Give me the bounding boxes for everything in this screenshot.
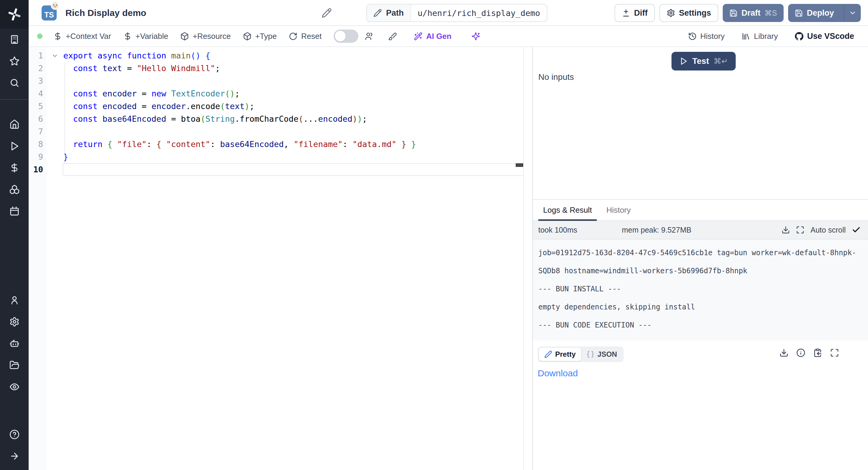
json-view-button[interactable]: JSON — [581, 348, 622, 361]
add-context-var-button[interactable]: +Context Var — [53, 32, 111, 41]
sidebar-item-boxes[interactable] — [0, 179, 29, 200]
path-label: Path — [367, 4, 411, 21]
diff-icon — [622, 9, 630, 17]
sidebar-item-home[interactable] — [0, 114, 29, 135]
sidebar-item-arrow-right[interactable] — [0, 445, 29, 467]
ai-gen-button[interactable]: AI Gen — [414, 32, 452, 41]
inputs-section: Test ⌘↵ No inputs — [533, 47, 868, 200]
sidebar-item-dollar[interactable] — [0, 157, 29, 179]
search-icon — [9, 78, 20, 88]
copy-result-icon[interactable] — [813, 348, 822, 357]
windmill-logo[interactable] — [0, 0, 29, 29]
add-type-button[interactable]: +Type — [243, 32, 277, 41]
download-logs-icon[interactable] — [781, 226, 790, 234]
bun-runtime-emoji-icon — [50, 1, 60, 10]
diff-button[interactable]: Diff — [615, 4, 655, 22]
chevron-down-icon — [849, 9, 857, 17]
add-variable-button[interactable]: +Variable — [123, 32, 168, 41]
fold-chevron-icon — [46, 87, 63, 100]
log-text: job=01912d75-163d-8204-47c9-5469c516cb1e… — [538, 244, 865, 334]
download-result-icon[interactable] — [779, 348, 788, 357]
code-text — [63, 75, 524, 87]
code-line-7[interactable]: 7 — [29, 125, 524, 138]
code-line-6[interactable]: 6 const base64Encoded = btoa(String.from… — [29, 113, 524, 125]
code-line-5[interactable]: 5 const encoded = encoder.encode(text); — [29, 100, 524, 113]
code-line-8[interactable]: 8 return { "file": { "content": base64En… — [29, 138, 524, 151]
result-actions — [779, 348, 839, 357]
code-lines[interactable]: 1export async function main() {2 const t… — [29, 50, 524, 176]
library-button[interactable]: Library — [741, 32, 778, 41]
activity-sidebar — [0, 0, 29, 470]
autoscroll-label[interactable]: Auto scroll — [810, 226, 846, 234]
package-icon — [243, 32, 252, 41]
tab-history[interactable]: History — [601, 200, 636, 220]
history-icon — [688, 32, 697, 41]
code-line-4[interactable]: 4 const encoder = new TextEncoder(); — [29, 87, 524, 100]
sidebar-item-star[interactable] — [0, 50, 29, 72]
expand-logs-icon[interactable] — [796, 226, 804, 234]
settings-button[interactable]: Settings — [659, 4, 718, 22]
line-number: 10 — [29, 163, 46, 176]
save-icon — [730, 9, 738, 17]
test-button[interactable]: Test ⌘↵ — [672, 52, 736, 70]
code-line-2[interactable]: 2 const text = "Hello Windmill"; — [29, 62, 524, 75]
windmill-logo-icon — [7, 7, 22, 21]
format-code-button[interactable] — [388, 32, 397, 41]
line-number: 6 — [29, 113, 46, 125]
tab-logs-result[interactable]: Logs & Result — [538, 200, 597, 220]
code-editor[interactable]: 1export async function main() {2 const t… — [29, 47, 532, 470]
deploy-main[interactable]: Deploy — [788, 8, 840, 18]
sidebar-item-eye[interactable] — [0, 376, 29, 398]
code-line-1[interactable]: 1export async function main() { — [29, 50, 524, 62]
fold-chevron-icon — [46, 163, 63, 176]
sidebar-item-calendar[interactable] — [0, 200, 29, 222]
download-result-link[interactable]: Download — [538, 368, 578, 378]
result-view-switch: Pretty JSON — [538, 346, 624, 362]
line-number: 8 — [29, 138, 46, 151]
fold-chevron-icon[interactable] — [46, 50, 63, 62]
autoscroll-checkbox[interactable] — [852, 225, 861, 234]
draft-shortcut: ⌘S — [764, 9, 777, 18]
sidebar-item-search[interactable] — [0, 72, 29, 94]
use-vscode-button[interactable]: Use VScode — [795, 32, 854, 41]
sidebar-item-play[interactable] — [0, 135, 29, 157]
run-panel: Test ⌘↵ No inputs Logs & Result History … — [532, 47, 868, 470]
pretty-view-button[interactable]: Pretty — [539, 348, 581, 361]
robot-icon — [9, 338, 20, 349]
result-section: Pretty JSON Download — [533, 340, 868, 470]
test-shortcut: ⌘↵ — [714, 57, 728, 66]
sidebar-item-help-circle[interactable] — [0, 424, 29, 445]
reset-button[interactable]: Reset — [289, 32, 321, 41]
deploy-button[interactable]: Deploy — [788, 4, 861, 22]
expand-result-icon[interactable] — [830, 348, 839, 357]
folder-open-icon — [9, 360, 20, 370]
script-path-control[interactable]: Path u/henri/rich_display_demo — [366, 4, 547, 22]
sidebar-item-settings[interactable] — [0, 311, 29, 333]
code-line-10[interactable]: 10 — [29, 163, 524, 176]
sidebar-item-folder-open[interactable] — [0, 354, 29, 376]
sidebar-item-building[interactable] — [0, 29, 29, 50]
sparkles-icon — [471, 32, 480, 41]
code-line-9[interactable]: 9} — [29, 151, 524, 163]
code-line-3[interactable]: 3 — [29, 75, 524, 87]
paintbrush-icon — [388, 32, 397, 41]
sidebar-item-user[interactable] — [0, 289, 29, 311]
editor-scrollbar[interactable] — [523, 47, 524, 470]
top-header: TS Rich Display demo Path u/henri/rich_d… — [29, 0, 868, 26]
add-resource-button[interactable]: +Resource — [180, 32, 230, 41]
wand-sparkles-icon — [414, 32, 423, 41]
fold-chevron-icon — [46, 151, 63, 163]
deploy-dropdown-caret[interactable] — [844, 4, 861, 22]
script-path-value: u/henri/rich_display_demo — [411, 4, 547, 21]
ai-sparkles-button[interactable] — [471, 32, 480, 41]
draft-button[interactable]: Draft ⌘S — [723, 4, 784, 22]
info-icon[interactable] — [796, 348, 805, 357]
edit-title-pencil-icon[interactable] — [321, 8, 332, 18]
github-icon — [795, 32, 804, 41]
connection-status-dot — [37, 33, 42, 39]
sidebar-item-robot[interactable] — [0, 333, 29, 354]
history-button[interactable]: History — [688, 32, 725, 41]
line-number: 3 — [29, 75, 46, 87]
diff-mode-toggle[interactable] — [334, 30, 358, 43]
multiplayer-button[interactable] — [365, 32, 374, 41]
